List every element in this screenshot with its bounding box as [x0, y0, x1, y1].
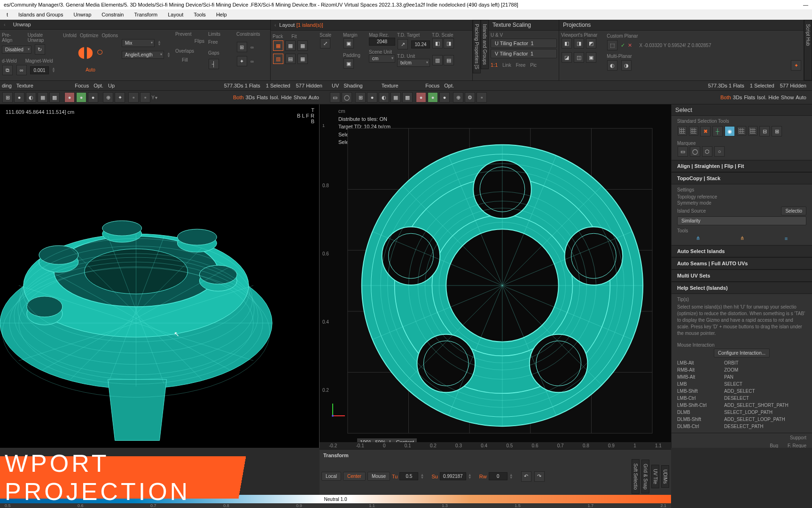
- uv-c3-icon[interactable]: ●: [439, 92, 450, 103]
- configure-btn[interactable]: Configure Interaction...: [714, 349, 770, 357]
- vp-proj-2-icon[interactable]: ◨: [574, 38, 584, 48]
- weld-value[interactable]: 0.001: [30, 66, 49, 74]
- sel-vert-icon[interactable]: [678, 126, 687, 135]
- script-hub-tab[interactable]: Script Hub: [804, 20, 812, 80]
- menu-transform[interactable]: Transform: [129, 11, 162, 18]
- menu-islands[interactable]: Islands and Groups: [14, 11, 68, 18]
- rw-val[interactable]: 0: [489, 472, 508, 480]
- mode-hide[interactable]: Hide: [281, 95, 292, 100]
- packing-props-tab[interactable]: Packing Properties [S: [473, 20, 481, 73]
- cancel-icon[interactable]: ✕: [628, 42, 632, 48]
- menu-unwrap[interactable]: Unwrap: [69, 11, 96, 18]
- sel-grow-icon[interactable]: ┼: [712, 126, 723, 136]
- uv-check-icon[interactable]: ▦: [390, 92, 401, 103]
- angle-spinner[interactable]: ▲▼: [167, 52, 172, 58]
- menu-layout[interactable]: Layout: [163, 11, 188, 18]
- menu-tools[interactable]: Tools: [189, 11, 211, 18]
- u-tiling[interactable]: U Tiling Factor 1: [491, 39, 557, 48]
- update-icon[interactable]: ↻: [35, 44, 45, 55]
- weld-icon[interactable]: ⧉: [2, 65, 13, 75]
- uv-mode-isol[interactable]: Isol.: [757, 95, 766, 100]
- mix-dropdown[interactable]: Mix: [122, 39, 155, 47]
- uv-focus-icon[interactable]: ⊕: [453, 92, 463, 103]
- overlaps-label[interactable]: Overlaps: [175, 48, 194, 54]
- uv-mode-3ds[interactable]: 3Ds: [733, 95, 742, 100]
- weld-spinner[interactable]: ▲▼: [52, 67, 56, 73]
- sel-delete-icon[interactable]: ✖: [700, 126, 710, 136]
- constraint-1-icon[interactable]: ⊞: [237, 42, 247, 52]
- pic-btn[interactable]: Pic: [530, 63, 537, 68]
- axis-gizmo[interactable]: [329, 401, 348, 420]
- softsel-tab[interactable]: Soft Selectio: [632, 459, 640, 494]
- vp-proj-4-icon[interactable]: ◪: [562, 52, 572, 63]
- uv-flat-icon[interactable]: ◐: [379, 92, 389, 103]
- auto-label[interactable]: Auto: [63, 67, 118, 72]
- marquee-lasso-icon[interactable]: ◯: [690, 146, 700, 157]
- fit-mode-2-icon[interactable]: ▤: [285, 54, 296, 64]
- similarity-btn[interactable]: Similarity: [677, 216, 806, 225]
- constraint-2-icon[interactable]: ✦: [237, 56, 247, 66]
- islands-groups-tab[interactable]: Islands and Groups: [481, 20, 489, 69]
- v-tiling[interactable]: V Tiling Factor 1: [491, 49, 557, 58]
- mode-both[interactable]: Both: [233, 95, 244, 100]
- marquee-poly-icon[interactable]: ⬡: [702, 146, 712, 157]
- multi-run-icon[interactable]: ✦: [791, 60, 801, 71]
- link-icon[interactable]: ∞: [16, 65, 27, 75]
- check-icon[interactable]: ✓: [621, 42, 625, 48]
- uv-mode-both[interactable]: Both: [720, 95, 731, 100]
- center-btn[interactable]: Center: [343, 472, 366, 481]
- sel-inv-icon[interactable]: ⊟: [759, 126, 770, 136]
- shade-solid-icon[interactable]: ●: [14, 92, 24, 103]
- color-1-icon[interactable]: ●: [64, 92, 75, 103]
- mouse-btn[interactable]: Mouse: [367, 472, 390, 481]
- vp-proj-6-icon[interactable]: ▣: [586, 52, 596, 63]
- menu-help[interactable]: Help: [211, 11, 232, 18]
- island-src[interactable]: Island Source: [677, 208, 706, 214]
- td-pick-icon[interactable]: ↗: [398, 39, 408, 49]
- pack-mode-3-icon[interactable]: ▦: [297, 40, 308, 51]
- gaps-label[interactable]: Gaps: [208, 50, 233, 56]
- uv-wire-icon[interactable]: ⊞: [355, 92, 366, 103]
- unfold-button[interactable]: ◖◗: [78, 43, 94, 61]
- tdscale-3-icon[interactable]: ▥: [432, 55, 443, 65]
- opt-a-icon[interactable]: ▫: [128, 92, 139, 103]
- tdscale-4-icon[interactable]: ▤: [444, 55, 454, 65]
- margin-icon[interactable]: ▣: [344, 38, 354, 48]
- tdunit-dropdown[interactable]: tx/cm: [397, 59, 430, 67]
- view-sides[interactable]: B L F R: [297, 113, 314, 119]
- sceneunit-dropdown[interactable]: cm: [369, 55, 395, 63]
- tool-hier-2-icon[interactable]: ⋔: [740, 235, 744, 241]
- angle-dropdown[interactable]: Angle/Length: [122, 51, 164, 59]
- free-btn[interactable]: Free: [516, 63, 526, 68]
- color-2-icon[interactable]: ●: [76, 92, 86, 103]
- mode-show[interactable]: Show: [294, 95, 307, 100]
- su-val[interactable]: 0.992187: [440, 472, 466, 480]
- opt-b-icon[interactable]: ▫: [140, 92, 150, 103]
- mode-isol[interactable]: Isol.: [270, 95, 279, 100]
- uvtile-tab[interactable]: UV Tile: [651, 465, 659, 488]
- focus-sel-icon[interactable]: ⊕: [103, 92, 113, 103]
- viewport-3d[interactable]: 111.609 45.8644 111.514] cm T B L F R B: [0, 104, 320, 448]
- topo-head[interactable]: TopoCopy | Stack: [671, 172, 812, 184]
- fill-label[interactable]: Fill: [182, 57, 188, 63]
- uv-opt-icon[interactable]: ▫: [476, 92, 487, 103]
- color-3-icon[interactable]: ●: [88, 92, 98, 103]
- align-mode-dropdown[interactable]: Disabled: [2, 46, 31, 54]
- sym-mode[interactable]: Symmetry mode: [677, 200, 711, 206]
- tool-hier-1-icon[interactable]: ⋔: [696, 235, 700, 241]
- selectio-btn[interactable]: Selectio: [781, 206, 806, 215]
- mode-3ds[interactable]: 3Ds: [246, 95, 255, 100]
- pack-mode-1-icon[interactable]: ▦: [273, 40, 283, 51]
- vp-proj-5-icon[interactable]: ◫: [574, 52, 584, 63]
- tdscale-1-icon[interactable]: ◧: [432, 38, 443, 48]
- padding-icon[interactable]: ▣: [344, 58, 354, 69]
- tdtarget-value[interactable]: 10.24: [411, 40, 430, 48]
- uv-sel-lasso-icon[interactable]: ◯: [342, 92, 352, 103]
- bug-link[interactable]: Bug: [770, 443, 778, 448]
- uv-tex-icon[interactable]: ▩: [402, 92, 413, 103]
- gridsnap-tab[interactable]: Grid & Snap: [641, 460, 649, 493]
- one-one[interactable]: 1:1: [491, 62, 498, 68]
- menu-edit[interactable]: t: [2, 11, 13, 18]
- fit-mode-1-icon[interactable]: ▥: [273, 54, 283, 64]
- freq-link[interactable]: F. Reque: [788, 443, 806, 448]
